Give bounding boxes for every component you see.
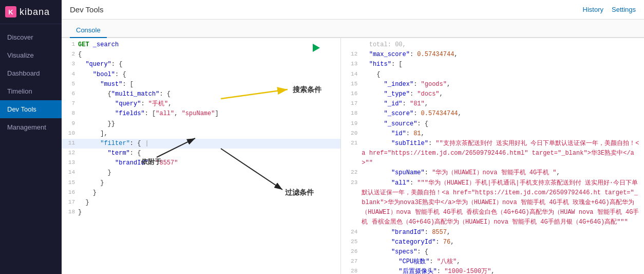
- resp-line-28: 28 "后置摄像头": "1000-1500万",: [341, 267, 644, 274]
- sidebar-logo: K kibana: [0, 0, 62, 24]
- sidebar-item-devtools[interactable]: Dev Tools: [0, 100, 62, 118]
- editor-line-2: 2 {: [62, 50, 340, 60]
- editor-line-12: 12 "term": {: [62, 149, 340, 158]
- line-num-12: 12: [64, 149, 78, 158]
- editor-line-7: 7 "query": "手机",: [62, 99, 340, 109]
- resp-line-18: 18 "_score": 0.57434744,: [341, 109, 644, 119]
- line-num-10: 10: [64, 129, 78, 138]
- tab-console[interactable]: Console: [70, 23, 107, 38]
- sidebar-item-visualize[interactable]: Visualize: [0, 46, 62, 64]
- settings-link[interactable]: Settings: [612, 6, 636, 13]
- resp-line-12: 12 "max_score": 0.57434744,: [341, 50, 644, 60]
- line-num-18: 18: [64, 208, 78, 217]
- resp-line-27: 27 "CPU核数": "八核",: [341, 257, 644, 267]
- resp-line-16: 16 "_type": "docs",: [341, 89, 644, 99]
- sidebar: K kibana Discover Visualize Dashboard Ti…: [0, 0, 62, 274]
- line-content-10: ],: [78, 129, 338, 139]
- sidebar-item-discover[interactable]: Discover: [0, 28, 62, 46]
- history-link[interactable]: History: [583, 6, 603, 13]
- topbar-actions: History Settings: [583, 6, 636, 13]
- timelion-label: Timelion: [7, 87, 32, 95]
- resp-line-14: 14 {: [341, 70, 644, 80]
- editor-line-10: 10 ],: [62, 129, 340, 139]
- line-num-1: 1: [64, 40, 78, 49]
- content-area: 1 GET _search 2 { 3 "query": { 4 "bool":…: [62, 38, 644, 274]
- line-num-11: 11: [64, 139, 78, 148]
- line-content-7: "query": "手机",: [78, 99, 338, 109]
- resp-line-26: 26 "specs": {: [341, 247, 644, 257]
- line-content-6: {"multi_match": {: [78, 89, 338, 99]
- tabbar: Console: [62, 20, 644, 38]
- editor-line-16: 16 }: [62, 188, 340, 198]
- line-content-4: "bool": {: [78, 70, 338, 80]
- line-num-8: 8: [64, 109, 78, 118]
- line-num-6: 6: [64, 89, 78, 99]
- line-content-5: "must": [: [78, 80, 338, 89]
- line-content-16: }: [78, 188, 338, 198]
- line-num-5: 5: [64, 80, 78, 89]
- line-content-9: }}: [78, 119, 338, 129]
- resp-line-21: 21 "subTitle": ""支持京茶配送到付 送实用好礼 今日下单默认送证…: [341, 139, 644, 169]
- line-num-15: 15: [64, 178, 78, 188]
- editor-line-8: 8 "fields": ["all", "spuName"]: [62, 109, 340, 119]
- editor-line-6: 6 {"multi_match": {: [62, 89, 340, 99]
- resp-line-25: 25 "categoryId": 76,: [341, 238, 644, 247]
- line-content-11: "filter": {|: [78, 139, 338, 149]
- resp-line-22: 22 "spuName": "华为（HUAWEI）nova 智能手机 4G手机 …: [341, 168, 644, 178]
- editor-line-15: 15 }: [62, 178, 340, 188]
- resp-line-13: 13 "hits": [: [341, 60, 644, 69]
- line-content-12: "term": {: [78, 149, 338, 158]
- response-panel[interactable]: total: 00, 12 "max_score": 0.57434744, 1…: [341, 38, 644, 274]
- devtools-label: Dev Tools: [7, 105, 36, 113]
- editor-body[interactable]: 1 GET _search 2 { 3 "query": { 4 "bool":…: [62, 38, 340, 274]
- line-num-13: 13: [64, 158, 78, 168]
- resp-line-24: 24 "brandId": 8557,: [341, 228, 644, 238]
- editor-line-17: 17 }: [62, 198, 340, 208]
- editor-line-4: 4 "bool": {: [62, 70, 340, 80]
- kibana-logo-text: kibana: [20, 7, 50, 17]
- resp-line-19: 19 "_source": {: [341, 119, 644, 129]
- editor-line-14: 14 }: [62, 168, 340, 178]
- line-content-18: }: [78, 208, 338, 217]
- line-content-1: GET _search: [78, 40, 338, 50]
- line-num-3: 3: [64, 60, 78, 69]
- resp-line-20: 20 "id": 81,: [341, 129, 644, 139]
- line-num-9: 9: [64, 119, 78, 129]
- line-num-2: 2: [64, 50, 78, 59]
- editor-line-5: 5 "must": [: [62, 80, 340, 89]
- line-num-14: 14: [64, 168, 78, 177]
- visualize-label: Visualize: [7, 51, 34, 59]
- run-icon: [313, 44, 320, 52]
- line-num-4: 4: [64, 70, 78, 79]
- editor-line-9: 9 }}: [62, 119, 340, 129]
- resp-line-top: total: 00,: [341, 40, 644, 50]
- run-button[interactable]: [311, 42, 322, 53]
- sidebar-item-dashboard[interactable]: Dashboard: [0, 64, 62, 82]
- discover-label: Discover: [7, 33, 33, 41]
- line-content-8: "fields": ["all", "spuName"]: [78, 109, 338, 119]
- line-content-3: "query": {: [78, 60, 338, 69]
- management-label: Management: [7, 123, 46, 131]
- editor-line-18: 18 }: [62, 208, 340, 217]
- line-num-7: 7: [64, 99, 78, 108]
- line-content-17: }: [78, 198, 338, 208]
- line-content-14: }: [78, 168, 338, 178]
- editor-line-11: 11 "filter": {|: [62, 139, 340, 149]
- line-num-17: 17: [64, 198, 78, 207]
- line-num-16: 16: [64, 188, 78, 197]
- page-title: Dev Tools: [70, 5, 104, 14]
- editor-line-3: 3 "query": {: [62, 60, 340, 69]
- topbar: Dev Tools History Settings: [62, 0, 644, 20]
- editor-panel: 1 GET _search 2 { 3 "query": { 4 "bool":…: [62, 38, 341, 274]
- editor-line-1: 1 GET _search: [62, 40, 340, 50]
- main-area: Dev Tools History Settings Console 1 GET…: [62, 0, 644, 274]
- resp-line-15: 15 "_index": "goods",: [341, 80, 644, 89]
- kibana-logo-icon: K: [5, 6, 16, 17]
- line-content-2: {: [78, 50, 338, 60]
- line-content-13: "brandId": "8557": [78, 158, 338, 168]
- sidebar-nav: Discover Visualize Dashboard Timelion De…: [0, 24, 62, 274]
- editor-line-13: 13 "brandId": "8557": [62, 158, 340, 168]
- dashboard-label: Dashboard: [7, 69, 40, 77]
- sidebar-item-timelion[interactable]: Timelion: [0, 82, 62, 100]
- sidebar-item-management[interactable]: Management: [0, 118, 62, 136]
